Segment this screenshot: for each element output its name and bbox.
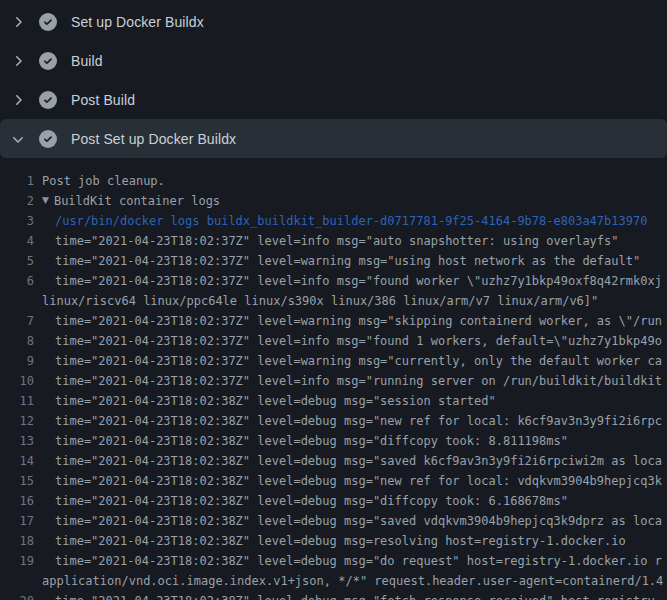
log-line-text: /usr/bin/docker logs buildx_buildkit_bui… — [42, 211, 667, 231]
log-line: 6 time="2021-04-23T18:02:37Z" level=info… — [0, 271, 667, 291]
log-line-text: time="2021-04-23T18:02:37Z" level=info m… — [42, 271, 667, 291]
log-line: 10 time="2021-04-23T18:02:37Z" level=inf… — [0, 371, 667, 391]
line-number[interactable]: 9 — [0, 351, 42, 371]
step-label: Post Build — [71, 92, 135, 108]
log-line-text: time="2021-04-23T18:02:38Z" level=debug … — [42, 431, 667, 451]
line-number[interactable]: 6 — [0, 271, 42, 291]
log-line: 15 time="2021-04-23T18:02:38Z" level=deb… — [0, 471, 667, 491]
log-line: 16 time="2021-04-23T18:02:38Z" level=deb… — [0, 491, 667, 511]
log-line: 14 time="2021-04-23T18:02:38Z" level=deb… — [0, 451, 667, 471]
log-line-text: time="2021-04-23T18:02:38Z" level=debug … — [42, 411, 667, 431]
line-number[interactable]: 4 — [0, 231, 42, 251]
log-viewer: 1 Post job cleanup. 2 ▼BuildKit containe… — [0, 158, 667, 600]
log-line-text: time="2021-04-23T18:02:37Z" level=warnin… — [42, 351, 667, 371]
log-line-text: time="2021-04-23T18:02:37Z" level=info m… — [42, 371, 667, 391]
line-number — [0, 571, 42, 591]
log-line-text: linux/riscv64 linux/ppc64le linux/s390x … — [42, 291, 667, 311]
line-number[interactable]: 10 — [0, 371, 42, 391]
check-circle-icon — [39, 52, 57, 70]
log-line: 5 time="2021-04-23T18:02:37Z" level=warn… — [0, 251, 667, 271]
chevron-right-icon[interactable] — [10, 92, 26, 108]
step-row-set-up-docker-buildx[interactable]: Set up Docker Buildx — [0, 2, 667, 41]
log-line-wrapped: application/vnd.oci.image.index.v1+json,… — [0, 571, 667, 591]
log-line-text: time="2021-04-23T18:02:38Z" level=debug … — [42, 491, 667, 511]
line-number[interactable]: 2 — [0, 191, 42, 211]
log-line: 11 time="2021-04-23T18:02:38Z" level=deb… — [0, 391, 667, 411]
step-label: Post Set up Docker Buildx — [71, 131, 236, 147]
step-row-build[interactable]: Build — [0, 41, 667, 80]
log-line: 1 Post job cleanup. — [0, 171, 667, 191]
line-number[interactable]: 14 — [0, 451, 42, 471]
log-line-wrapped: linux/riscv64 linux/ppc64le linux/s390x … — [0, 291, 667, 311]
log-line: 9 time="2021-04-23T18:02:37Z" level=warn… — [0, 351, 667, 371]
chevron-right-icon[interactable] — [10, 53, 26, 69]
log-line: 2 ▼BuildKit container logs — [0, 191, 667, 211]
log-line: 3 /usr/bin/docker logs buildx_buildkit_b… — [0, 211, 667, 231]
line-number[interactable]: 19 — [0, 551, 42, 571]
chevron-down-icon[interactable] — [10, 131, 26, 147]
step-row-post-set-up-docker-buildx[interactable]: Post Set up Docker Buildx — [0, 119, 667, 158]
log-line-text: time="2021-04-23T18:02:37Z" level=info m… — [42, 331, 667, 351]
log-line-text: time="2021-04-23T18:02:38Z" level=debug … — [42, 551, 667, 571]
group-expand-triangle-icon[interactable]: ▼ — [42, 191, 49, 210]
log-line-text: time="2021-04-23T18:02:37Z" level=info m… — [42, 231, 667, 251]
step-label: Set up Docker Buildx — [71, 14, 204, 30]
line-number[interactable]: 15 — [0, 471, 42, 491]
log-line: 12 time="2021-04-23T18:02:38Z" level=deb… — [0, 411, 667, 431]
log-line-text: time="2021-04-23T18:02:38Z" level=debug … — [42, 591, 667, 600]
steps-list: Set up Docker Buildx Build P — [0, 0, 667, 158]
log-line: 18 time="2021-04-23T18:02:38Z" level=deb… — [0, 531, 667, 551]
check-circle-icon — [39, 13, 57, 31]
log-line-text: time="2021-04-23T18:02:38Z" level=debug … — [42, 511, 667, 531]
line-number[interactable]: 5 — [0, 251, 42, 271]
line-number[interactable]: 16 — [0, 491, 42, 511]
log-line-text: application/vnd.oci.image.index.v1+json,… — [42, 571, 667, 591]
log-line-text[interactable]: BuildKit container logs — [54, 191, 220, 211]
step-label: Build — [71, 53, 103, 69]
chevron-right-icon[interactable] — [10, 14, 26, 30]
check-circle-icon — [39, 130, 57, 148]
log-line: 8 time="2021-04-23T18:02:37Z" level=info… — [0, 331, 667, 351]
log-line-text: time="2021-04-23T18:02:37Z" level=warnin… — [42, 311, 667, 331]
log-line: 7 time="2021-04-23T18:02:37Z" level=warn… — [0, 311, 667, 331]
line-number[interactable]: 3 — [0, 211, 42, 231]
line-number[interactable]: 13 — [0, 431, 42, 451]
log-line: 13 time="2021-04-23T18:02:38Z" level=deb… — [0, 431, 667, 451]
line-number[interactable]: 8 — [0, 331, 42, 351]
log-line-text: Post job cleanup. — [42, 171, 667, 191]
log-line-text: time="2021-04-23T18:02:38Z" level=debug … — [42, 391, 667, 411]
log-line: 4 time="2021-04-23T18:02:37Z" level=info… — [0, 231, 667, 251]
log-line-text: time="2021-04-23T18:02:38Z" level=debug … — [42, 451, 667, 471]
log-line-text: time="2021-04-23T18:02:37Z" level=warnin… — [42, 251, 667, 271]
line-number[interactable]: 7 — [0, 311, 42, 331]
line-number[interactable]: 20 — [0, 591, 42, 600]
line-number[interactable]: 1 — [0, 171, 42, 191]
line-number[interactable]: 17 — [0, 511, 42, 531]
step-row-post-build[interactable]: Post Build — [0, 80, 667, 119]
check-circle-icon — [39, 91, 57, 109]
line-number[interactable]: 11 — [0, 391, 42, 411]
log-line: 20 time="2021-04-23T18:02:38Z" level=deb… — [0, 591, 667, 600]
line-number — [0, 291, 42, 311]
log-line-text: time="2021-04-23T18:02:38Z" level=debug … — [42, 471, 667, 491]
line-number[interactable]: 18 — [0, 531, 42, 551]
line-number[interactable]: 12 — [0, 411, 42, 431]
log-line: 17 time="2021-04-23T18:02:38Z" level=deb… — [0, 511, 667, 531]
log-line: 19 time="2021-04-23T18:02:38Z" level=deb… — [0, 551, 667, 571]
log-line-text: time="2021-04-23T18:02:38Z" level=debug … — [42, 531, 667, 551]
